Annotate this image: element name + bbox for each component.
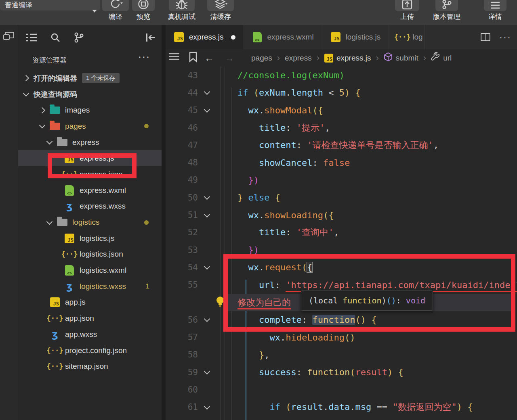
tree-item-logistics.wxml[interactable]: <>logistics.wxml (18, 262, 162, 278)
tree-item-logistics[interactable]: logistics (18, 214, 162, 230)
breadcrumb-item-url[interactable]: url (431, 52, 452, 63)
code-token (243, 192, 248, 203)
editor-more-actions-icon[interactable]: ··· (499, 31, 511, 43)
code-token: { (355, 88, 360, 98)
code-token (216, 210, 248, 220)
explorer-more-actions[interactable]: ··· (138, 51, 150, 62)
tree-item-app.wxss[interactable]: ʒapp.wxss (18, 326, 162, 343)
tree-item-sitemap.json[interactable]: {··}sitemap.json (18, 358, 162, 374)
code-token: '请检查快递单号是否输入正确' (307, 140, 433, 150)
code-line-45[interactable]: 45 wx.showModal({ (166, 102, 517, 119)
真机调试-button[interactable] (169, 0, 195, 11)
tree-item-logistics.wxss[interactable]: ʒlogistics.wxss1 (18, 278, 162, 295)
navigate-back-icon[interactable]: ← (204, 52, 214, 64)
toolbar-label[interactable]: 详情 (471, 12, 517, 21)
tree-item-logistics.json[interactable]: {··}logistics.json (18, 247, 162, 263)
tree-indent (55, 236, 64, 240)
清缓存-button[interactable] (207, 0, 234, 11)
code-line-46[interactable]: 46 title: '提示', (166, 119, 517, 136)
split-editor-icon[interactable] (481, 33, 490, 41)
outline-list-icon[interactable] (169, 52, 179, 63)
simulator-toggle-icon[interactable] (3, 31, 15, 41)
bookmark-icon[interactable] (189, 52, 197, 64)
navigate-forward-icon[interactable]: → (225, 52, 234, 64)
compile-mode-dropdown[interactable]: 普通编译 (0, 0, 100, 10)
code-line-58[interactable]: 58 }, (166, 346, 517, 364)
code-line-44[interactable]: 44 if (exNum.length < 5) { (166, 84, 517, 101)
fold-chevron-icon[interactable] (198, 371, 216, 374)
sidebar-section-打开的编辑器[interactable]: 打开的编辑器1 个未保存 (18, 70, 162, 86)
code-token (216, 227, 259, 237)
breadcrumb-item-pages[interactable]: pages (251, 54, 272, 63)
code-line-52[interactable]: 52 title: '查询中', (166, 224, 517, 241)
tree-item-app.json[interactable]: {··}app.json (18, 310, 162, 326)
fold-chevron-icon[interactable] (198, 196, 216, 199)
tree-item-app.js[interactable]: JSapp.js (18, 295, 162, 311)
wxml-file-icon: <> (65, 185, 74, 196)
refresh-icon (109, 0, 122, 10)
code-token: ({ (312, 105, 323, 115)
sidebar-editor-divider[interactable] (162, 25, 166, 420)
上传-button[interactable] (395, 0, 419, 11)
tab-log[interactable]: {··} log (389, 25, 425, 49)
toolbar-label[interactable]: 清缓存 (196, 12, 245, 21)
search-icon[interactable] (50, 33, 60, 42)
chevron-down-icon (47, 141, 57, 144)
code-view[interactable]: 43 //console.log(exNum)44 if (exNum.leng… (166, 67, 517, 420)
breadcrumb-item-submit[interactable]: submit (384, 52, 418, 64)
unsaved-count-badge: 1 个未保存 (82, 73, 120, 83)
tree-item-pages[interactable]: pages (18, 118, 162, 134)
wxss-file-icon: ʒ (52, 329, 58, 340)
code-line-48[interactable]: 48 showCancel: false (166, 154, 517, 171)
toolbar-label[interactable]: 版本管理 (422, 12, 471, 21)
code-line-51[interactable]: 51 wx.showLoading({ (166, 206, 517, 224)
code-line-49[interactable]: 49 }) (166, 171, 517, 189)
tab-label: log (412, 33, 422, 42)
fold-chevron-icon[interactable] (198, 266, 216, 269)
code-line-61[interactable]: 61 if (result.data.msg == "数据返回为空") { (166, 399, 517, 416)
breadcrumb-item-express[interactable]: express (285, 54, 312, 63)
open-editors-list-icon[interactable] (26, 33, 37, 42)
code-line-59[interactable]: 59 success: function(result) { (166, 364, 517, 381)
fold-chevron-icon[interactable] (198, 91, 216, 94)
fold-chevron-icon[interactable] (198, 406, 216, 409)
pages-folder-icon (50, 123, 60, 130)
fold-chevron-icon[interactable] (198, 318, 216, 321)
unsaved-dot[interactable] (231, 35, 235, 40)
详情-button[interactable] (484, 0, 506, 11)
版本管理-button[interactable] (435, 0, 458, 11)
tree-item-logistics.js[interactable]: JSlogistics.js (18, 230, 162, 247)
fold-chevron-icon[interactable] (198, 214, 216, 217)
preview-icon (138, 0, 149, 10)
预览-button[interactable] (132, 0, 155, 11)
code-token: title (259, 123, 286, 133)
code-line-50[interactable]: 50 } else { (166, 189, 517, 206)
tab-express.wxml[interactable]: <> express.wxml (244, 25, 322, 49)
code-line-47[interactable]: 47 content: '请检查快递单号是否输入正确', (166, 136, 517, 154)
file-label: express (72, 138, 99, 147)
open-folder-icon (57, 139, 67, 146)
code-token: , (433, 140, 439, 150)
fold-chevron-icon[interactable] (198, 109, 216, 112)
sidebar-section-快递查询源码[interactable]: 快递查询源码 (18, 86, 162, 102)
json-file-icon: {··} (47, 362, 63, 370)
breadcrumb-item-express.js[interactable]: JSexpress.js (324, 54, 371, 63)
js-file-icon: JS (331, 32, 340, 42)
tree-item-images[interactable]: images (18, 102, 162, 118)
tree-item-express.wxml[interactable]: <>express.wxml (18, 182, 162, 199)
tree-item-express[interactable]: express (18, 134, 162, 150)
tree-item-express.wxss[interactable]: ʒexpress.wxss (18, 199, 162, 215)
tab-express.js[interactable]: JS express.js (166, 25, 244, 49)
code-line-60[interactable]: 60 (166, 381, 517, 398)
sidebar: 资源管理器 ··· 打开的编辑器1 个未保存 快递查询源码 images pag… (18, 25, 162, 420)
tab-logistics.js[interactable]: JS logistics.js (322, 25, 389, 49)
code-token: result (355, 367, 387, 377)
file-label: logistics.js (80, 234, 115, 243)
编译-button[interactable] (102, 0, 129, 11)
line-number: 57 (166, 332, 198, 342)
tree-item-project.config.json[interactable]: {··}project.config.json (18, 343, 162, 359)
git-branch-icon[interactable] (74, 32, 84, 43)
collapse-sidebar-icon[interactable] (145, 33, 156, 42)
code-line-43[interactable]: 43 //console.log(exNum) (166, 67, 517, 84)
line-number: 45 (166, 105, 198, 115)
